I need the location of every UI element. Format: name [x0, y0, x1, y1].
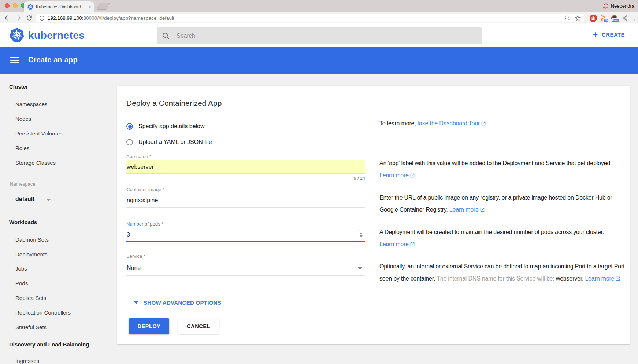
speedometer-extension-icon[interactable]: New	[611, 15, 618, 22]
kubernetes-header: kubernetes + CREATE	[0, 23, 638, 47]
browser-toolbar: 192.168.99.100:30000/#!/deploy/app?names…	[0, 12, 638, 23]
reload-button[interactable]	[26, 14, 33, 22]
url-bar[interactable]: 192.168.99.100:30000/#!/deploy/app?names…	[36, 14, 584, 22]
page-info-icon[interactable]	[39, 15, 45, 21]
number-of-pods-field	[126, 229, 365, 242]
deploy-button[interactable]: DEPLOY	[129, 318, 169, 334]
service-value: None	[126, 261, 365, 275]
sidebar: Cluster Namespaces Nodes Persistent Volu…	[0, 74, 102, 364]
sidebar-item-jobs[interactable]: Jobs	[15, 265, 27, 272]
profile-name: Neependra	[611, 3, 634, 9]
adblock-extension-icon[interactable]	[590, 15, 597, 22]
tour-line: To learn more, take the Dashboard Tour	[379, 119, 627, 128]
learn-more-link[interactable]: Learn more	[585, 275, 620, 282]
learn-more-link[interactable]: Learn more	[379, 172, 415, 178]
sidebar-divider	[0, 174, 102, 174]
browser-menu-icon[interactable]: ⋮	[632, 15, 636, 21]
app-toolbar: Create an app	[0, 47, 638, 74]
external-link-icon	[410, 173, 415, 178]
sidebar-header-discovery: Discovery and Load Balancing	[9, 341, 89, 348]
plus-icon: +	[593, 31, 598, 38]
speedometer-badge: New	[611, 18, 619, 23]
rss-badge: 19	[603, 18, 609, 23]
menu-hamburger-icon[interactable]	[10, 57, 19, 65]
url-text: 192.168.99.100:30000/#!/deploy/app?names…	[48, 15, 564, 21]
window-close-button[interactable]	[5, 3, 10, 8]
number-stepper[interactable]	[358, 230, 364, 239]
service-label: Service *	[126, 253, 145, 259]
search-icon	[162, 32, 170, 40]
sidebar-item-ingresses[interactable]: Ingresses	[15, 357, 39, 364]
radio-upload-yaml[interactable]: Upload a YAML or JSON file	[126, 138, 212, 146]
back-button[interactable]	[4, 14, 11, 22]
kubernetes-logo	[9, 27, 25, 43]
browser-profile[interactable]: Neependra	[602, 3, 634, 9]
create-button[interactable]: + CREATE	[593, 31, 625, 38]
url-path: :30000/#!/deploy/app?namespace=default	[82, 15, 174, 21]
advanced-caret-icon	[134, 301, 138, 304]
bookmark-star-icon[interactable]	[575, 15, 581, 21]
radio-specify-label: Specify app details below	[138, 123, 205, 130]
browser-tab[interactable]: Kubernetes Dashboard ×	[24, 1, 94, 12]
help-container-image: Enter the URL of a public image on any r…	[379, 192, 627, 216]
content-area: Cluster Namespaces Nodes Persistent Volu…	[0, 74, 638, 364]
number-of-pods-input[interactable]	[126, 229, 346, 241]
dropdown-caret-icon	[358, 267, 362, 270]
browser-tab-bar: Kubernetes Dashboard × Neependra	[0, 0, 638, 12]
sidebar-item-replica-sets[interactable]: Replica Sets	[15, 294, 46, 302]
dashboard-tour-link[interactable]: take the Dashboard Tour	[418, 120, 486, 126]
arcs-extension-icon[interactable]	[622, 15, 628, 22]
cancel-button[interactable]: CANCEL	[178, 318, 219, 334]
service-dns-note: The internal DNS name for this Service w…	[437, 275, 554, 282]
screen: Kubernetes Dashboard × Neependra 192.168…	[0, 0, 638, 364]
stepper-down-icon[interactable]	[360, 235, 363, 237]
url-host: 192.168.99.100	[48, 15, 82, 21]
namespace-label: Namespace	[10, 181, 35, 187]
container-image-label: Container image *	[126, 187, 164, 192]
external-link-icon	[481, 121, 486, 126]
kubernetes-favicon	[27, 4, 33, 10]
help-service: Optionally, an internal or external Serv…	[379, 260, 627, 285]
new-tab-button[interactable]	[96, 3, 110, 10]
number-of-pods-label: Number of pods *	[126, 221, 163, 227]
namespace-select[interactable]: default	[15, 196, 34, 203]
sidebar-item-namespaces[interactable]: Namespaces	[15, 101, 48, 108]
service-select[interactable]: None	[126, 261, 365, 276]
create-label: CREATE	[602, 31, 625, 38]
radio-unselected-icon	[126, 139, 133, 145]
sidebar-item-storage-classes[interactable]: Storage Classes	[15, 159, 56, 167]
chevron-down-icon[interactable]	[47, 199, 51, 201]
help-app-label: An 'app' label with this value will be a…	[379, 157, 627, 181]
stepper-up-icon[interactable]	[360, 232, 363, 234]
card-title: Deploy a Containerized App	[126, 99, 222, 108]
search-bar[interactable]	[157, 27, 482, 44]
window-minimize-button[interactable]	[13, 3, 18, 8]
learn-more-link[interactable]: Learn more	[379, 241, 415, 247]
forward-button[interactable]	[15, 14, 22, 22]
app-name-input[interactable]	[126, 160, 365, 174]
char-counter: 9 / 24	[126, 176, 365, 181]
sidebar-item-roles[interactable]: Roles	[15, 145, 29, 152]
search-input[interactable]	[177, 33, 460, 39]
sidebar-item-daemon-sets[interactable]: Daemon Sets	[15, 236, 49, 244]
sidebar-item-deployments[interactable]: Deployments	[15, 251, 48, 258]
sidebar-item-persistent-volumes[interactable]: Persistent Volumes	[15, 130, 62, 137]
extensions-area: 19 New ⋮	[590, 14, 636, 22]
container-image-input[interactable]	[126, 193, 365, 208]
sidebar-item-replication-controllers[interactable]: Replication Controllers	[15, 309, 71, 316]
sidebar-item-stateful-sets[interactable]: Stateful Sets	[15, 324, 47, 331]
sidebar-item-nodes[interactable]: Nodes	[15, 115, 31, 123]
help-pods: A Deployment will be created to maintain…	[379, 226, 627, 250]
show-advanced-options[interactable]: SHOW ADVANCED OPTIONS	[134, 300, 221, 306]
external-link-icon	[480, 207, 485, 212]
tab-close-icon[interactable]: ×	[88, 4, 91, 10]
radio-upload-label: Upload a YAML or JSON file	[138, 139, 212, 145]
learn-more-link[interactable]: Learn more	[449, 207, 485, 213]
namespace-underline	[14, 208, 52, 208]
page-title: Create an app	[28, 56, 78, 64]
zoom-icon[interactable]	[564, 15, 570, 21]
rss-extension-icon[interactable]: 19	[600, 15, 607, 22]
app-name-label: App name *	[126, 154, 151, 159]
radio-specify-app[interactable]: Specify app details below	[126, 122, 205, 131]
sidebar-item-pods[interactable]: Pods	[15, 280, 28, 287]
